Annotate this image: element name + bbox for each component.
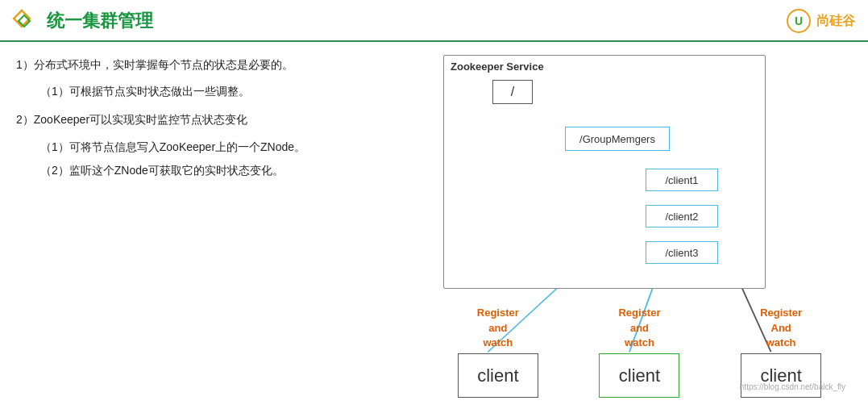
- brand-icon: U: [786, 8, 812, 34]
- main-content: 1）分布式环境中，实时掌握每个节点的状态是必要的。 （1）可根据节点实时状态做出…: [0, 42, 868, 406]
- node-client2: /client2: [646, 205, 718, 227]
- watermark: https://blog.csdn.net/balck_fly: [740, 382, 845, 391]
- page-title: 统一集群管理: [47, 9, 153, 33]
- header: 统一集群管理 U 尚硅谷: [0, 0, 868, 42]
- header-left: 统一集群管理: [10, 6, 153, 35]
- point-2-sub-2: （2）监听这个ZNode可获取它的实时状态变化。: [16, 161, 411, 181]
- point-2-sub-1: （1）可将节点信息写入ZooKeeper上的一个ZNode。: [16, 137, 411, 157]
- node-group: /GroupMemgers: [565, 127, 670, 151]
- zk-service-label: Zookeeper Service: [451, 61, 544, 73]
- logo-diamond-icon: [10, 6, 39, 35]
- client-group-2: Registerandwatch client: [599, 306, 679, 398]
- brand-logo: U 尚硅谷: [786, 8, 855, 34]
- right-diagram: Zookeeper Service / /GroupMemgers /clien…: [427, 55, 852, 398]
- point-2: 2）ZooKeeper可以实现实时监控节点状态变化: [16, 110, 411, 130]
- node-client1: /client1: [646, 169, 718, 191]
- client-box-1: client: [458, 353, 538, 398]
- register-label-1: Registerandwatch: [477, 306, 519, 350]
- register-label-3: RegisterAndwatch: [760, 306, 802, 350]
- left-text-area: 1）分布式环境中，实时掌握每个节点的状态是必要的。 （1）可根据节点实时状态做出…: [16, 55, 411, 398]
- client-box-2: client: [599, 353, 679, 398]
- point-1: 1）分布式环境中，实时掌握每个节点的状态是必要的。: [16, 55, 411, 75]
- svg-text:U: U: [795, 15, 803, 27]
- zk-service-box: Zookeeper Service / /GroupMemgers /clien…: [443, 55, 766, 289]
- node-root: /: [492, 80, 533, 104]
- register-label-2: Registerandwatch: [618, 306, 660, 350]
- brand-name: 尚硅谷: [816, 13, 855, 30]
- point-1-sub-1: （1）可根据节点实时状态做出一些调整。: [16, 81, 411, 102]
- node-client3: /client3: [646, 241, 718, 264]
- client-group-1: Registerandwatch client: [458, 306, 538, 398]
